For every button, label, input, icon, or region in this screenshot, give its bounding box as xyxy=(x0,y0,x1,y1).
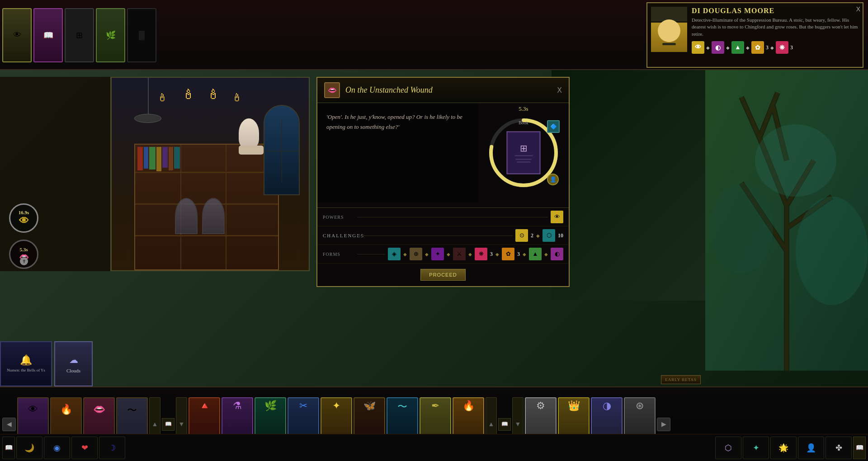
numen-card[interactable]: 🔔 Numen: the Bells of Ys xyxy=(0,341,52,386)
dialog-content-area: 'Open'. Is he just, y'know, opened up? O… xyxy=(317,103,569,202)
forms-card-8: ◐ xyxy=(551,248,563,260)
tray-nav-left[interactable]: ◀ xyxy=(2,418,16,431)
iron-spintria-icon: ⚙ xyxy=(536,400,545,412)
tray-nav-area-1: 📖 xyxy=(162,418,175,431)
stat-star-icon: ❋ xyxy=(776,41,788,54)
dialog-quote-text: 'Open'. Is he just, y'know, opened up? O… xyxy=(326,112,469,132)
crown-icon: 👑 xyxy=(568,400,580,412)
tr2-card-r1[interactable]: ⬡ xyxy=(715,437,741,459)
tray-nav-area-2: 📖 xyxy=(498,418,511,431)
gold-person-icon: 👤 xyxy=(547,174,559,185)
challenges-card-1: ⊙ xyxy=(515,229,528,242)
stitching-icon: ✂ xyxy=(299,400,307,412)
trist-icon: 〜 xyxy=(127,404,137,417)
book-label: Book xyxy=(519,120,528,125)
forms-card-7: ▲ xyxy=(529,248,542,260)
teal-card-icon: 🔷 xyxy=(547,120,560,133)
room-scene: 🕯 🕯 🕯 🕯 xyxy=(111,77,310,271)
pentiments-icon: 🔺 xyxy=(198,400,211,412)
circle-timer-value: 5.3s xyxy=(519,105,528,113)
timer-lip-badge: 5.3s 👄 ✝ xyxy=(9,240,38,269)
bottom-row-2: 📖 🌙 ◉ ❤ ☽ ⬡ ✦ 🌟 👤 ✤ 📖 xyxy=(0,434,868,461)
challenges-card-2: ⬡ xyxy=(542,229,555,242)
inventory-card-5[interactable]: ▓ xyxy=(127,8,156,62)
powers-card-icon: 👁 xyxy=(551,211,563,223)
inventory-card-3[interactable]: ⊞ xyxy=(65,8,94,62)
left-sidebar: 16.9s 👁 5.3s 👄 ✝ xyxy=(0,77,111,271)
proceed-button[interactable]: PROCEED xyxy=(420,269,465,281)
tr2-card-3[interactable]: ◉ xyxy=(44,437,70,459)
tray-book-btn-2[interactable]: 📖 xyxy=(498,418,511,431)
dialog-close-button[interactable]: X xyxy=(557,86,562,94)
dialog-bottom-rows: Powers 👁 Challenges ⊙ 2 ◆ ⬡ 10 Forms ◈ ◆… xyxy=(317,207,569,286)
forms-label: Forms xyxy=(323,252,354,257)
character-close-button[interactable]: X xyxy=(856,5,860,13)
stat-sep-2: ◆ xyxy=(726,45,730,50)
pyroglyphics-icon: 🔥 xyxy=(462,400,475,412)
stat-flower-icon: ✿ xyxy=(751,41,764,54)
solutions-icon: 〜 xyxy=(397,400,407,414)
dialog-text-area: 'Open'. Is he just, y'know, opened up? O… xyxy=(317,103,478,202)
forms-card-2: ⊕ xyxy=(410,248,422,260)
transformations-icon: 🦋 xyxy=(363,400,376,412)
shilling-icon: ⊛ xyxy=(636,400,644,412)
clouds-icon: ☁ xyxy=(69,354,78,365)
powers-label: Powers xyxy=(323,215,354,220)
tr2-card-r3[interactable]: 🌟 xyxy=(770,437,797,459)
tr2-card-r5[interactable]: ✤ xyxy=(826,437,852,459)
timer-5-value: 5.3s xyxy=(19,247,28,252)
dialog-title: On the Unstanched Wound xyxy=(345,85,552,95)
tr2-card-1[interactable]: 📖 xyxy=(2,437,15,459)
character-name: DI Douglas Moore xyxy=(692,7,859,15)
tr2-right-btn[interactable]: 📖 xyxy=(853,437,866,459)
inventory-card-4[interactable]: 🌿 xyxy=(96,8,125,62)
main-dialog: 👄 On the Unstanched Wound X 'Open'. Is h… xyxy=(316,77,570,287)
stat-sep-1: ◆ xyxy=(706,45,710,50)
tr2-card-r2[interactable]: ✦ xyxy=(743,437,769,459)
timer-eye-badge: 16.9s 👁 xyxy=(9,203,38,233)
leaves-icon: 🌿 xyxy=(264,400,277,412)
dialog-header: 👄 On the Unstanched Wound X xyxy=(317,78,569,103)
stat-gold-value: 3 xyxy=(766,44,769,51)
mettle-icon: 🔥 xyxy=(60,404,72,415)
tr2-card-2[interactable]: 🌙 xyxy=(16,437,42,459)
dialog-circle-timer: ⊞ 5.3s Book 🔷 👤 xyxy=(478,103,569,202)
tray-nav-right[interactable]: ▶ xyxy=(657,418,670,431)
dark-game-area xyxy=(552,70,705,301)
challenges-value: 2 xyxy=(531,232,533,239)
challenges-num: 10 xyxy=(558,232,563,239)
forms-card-4: ⚔ xyxy=(453,248,466,260)
half-crown-icon: ◑ xyxy=(603,400,611,412)
tr2-card-4[interactable]: ❤ xyxy=(71,437,98,459)
stat-pink-value: 3 xyxy=(790,44,793,51)
top-inventory: 👁 📖 ⊞ 🌿 ▓ xyxy=(0,0,633,70)
dialog-lip-icon: 👄 xyxy=(324,82,340,98)
svg-point-3 xyxy=(710,183,773,273)
svg-point-2 xyxy=(796,197,868,305)
right-tree-area xyxy=(705,70,868,371)
forms-card-1: ◈ xyxy=(388,248,401,260)
character-description: Detective-Illuminate of the Suppression … xyxy=(692,17,859,38)
character-portrait xyxy=(651,7,687,52)
stat-tri-icon: ▲ xyxy=(731,41,744,54)
clouds-label: Clouds xyxy=(66,368,80,373)
powers-row: Powers 👁 xyxy=(317,208,569,226)
inventory-card-2[interactable]: 📖 xyxy=(33,8,63,62)
svg-point-4 xyxy=(755,124,836,197)
challenges-sep: ◆ xyxy=(536,233,540,238)
challenges-label: Challenges xyxy=(323,233,354,238)
forms-card-3: ✦ xyxy=(431,248,444,260)
character-panel: X DI Douglas Moore Detective-Illuminate … xyxy=(646,2,863,68)
forms-card-6: ✿ xyxy=(502,248,514,260)
wist-icon: 👁 xyxy=(28,404,38,415)
proceed-area: PROCEED xyxy=(317,263,569,286)
stat-sep-3: ◆ xyxy=(746,45,750,50)
early-beta-button[interactable]: EARLY BETAS xyxy=(661,375,701,384)
tray-book-btn[interactable]: 📖 xyxy=(162,418,175,431)
tr2-card-5[interactable]: ☽ xyxy=(99,437,125,459)
inventory-card-1[interactable]: 👁 xyxy=(2,8,32,62)
character-stats: 👁 ◆ ◐ ◆ ▲ ◆ ✿ 3 ◆ ❋ 3 xyxy=(692,41,859,54)
clouds-card[interactable]: ☁ Clouds xyxy=(54,341,93,386)
shapt-icon: 👄 xyxy=(93,404,105,415)
tr2-card-r4[interactable]: 👤 xyxy=(798,437,824,459)
